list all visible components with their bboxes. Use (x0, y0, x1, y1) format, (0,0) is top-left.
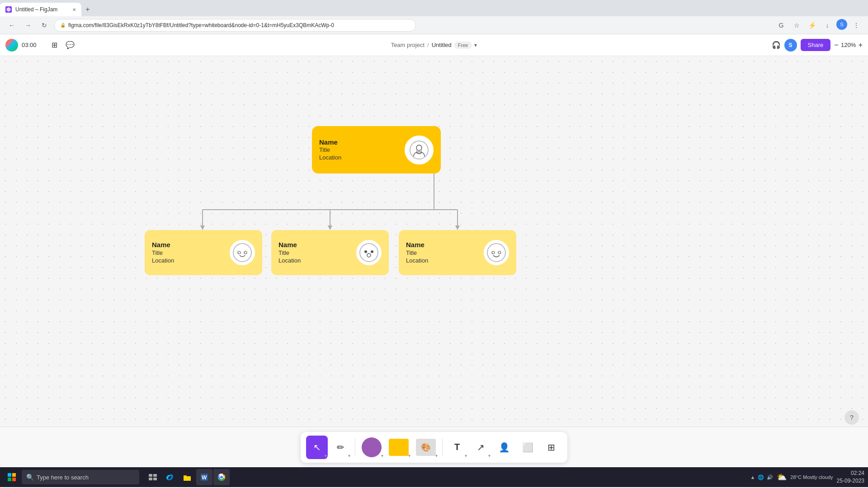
weather-text: 28°C Mostly cloudy (790, 474, 833, 480)
connect-tool[interactable]: ↗ ▾ (470, 436, 491, 459)
root-card-info: Name Title Location (319, 138, 399, 162)
root-card[interactable]: Name Title Location (312, 126, 441, 174)
back-btn[interactable]: ← (5, 19, 18, 32)
root-location: Location (319, 154, 399, 162)
child-right-info: Name Title Location (406, 240, 478, 264)
clock-time: 02:24 (837, 469, 864, 477)
person-icon: 👤 (499, 442, 510, 453)
child-mid-info: Name Title Location (278, 240, 351, 264)
extensions-icon[interactable]: ⚡ (806, 19, 818, 32)
svg-point-16 (364, 250, 367, 253)
address-bar[interactable]: 🔒 figma.com/file/83GisEkRxK0z1yTbY8tFBf/… (54, 19, 416, 32)
tray-up-icon[interactable]: ▲ (750, 474, 755, 480)
child-left-title: Title (152, 249, 224, 257)
breadcrumb: Team project / Untitled Free ▾ (391, 42, 477, 49)
cursor-arrow: ▾ (325, 453, 327, 458)
screen-icon[interactable]: ⊞ (47, 38, 62, 52)
frame-tool[interactable]: ⬜ (517, 436, 538, 459)
zoom-level[interactable]: 120% (840, 42, 857, 48)
svg-rect-27 (153, 474, 157, 477)
child-right-title: Title (406, 249, 478, 257)
clock-date: 25-09-2023 (837, 477, 864, 485)
child-card-left[interactable]: Name Title Location (145, 230, 262, 275)
pen-arrow: ▾ (348, 453, 350, 458)
text-tool[interactable]: T ▾ (446, 436, 468, 459)
forward-btn[interactable]: → (22, 19, 34, 32)
chrome-app[interactable] (213, 469, 230, 485)
cursor-tool[interactable]: ↖ ▾ (306, 436, 328, 459)
dropdown-icon[interactable]: ▾ (474, 42, 477, 48)
taskbar-clock[interactable]: 02:24 25-09-2023 (837, 469, 864, 485)
root-name: Name (319, 138, 399, 147)
sticker-tool[interactable]: 🎨 ▾ (413, 436, 439, 459)
tab-favicon (5, 6, 12, 13)
taskbar-apps: W (145, 469, 230, 485)
help-button[interactable]: ? (844, 410, 859, 425)
frame-icon: ⬜ (522, 442, 533, 453)
zoom-in-btn[interactable]: + (859, 41, 863, 49)
root-avatar (405, 136, 434, 164)
sep-2 (442, 438, 443, 456)
comment-icon[interactable]: 💬 (63, 38, 77, 52)
user-avatar[interactable]: S (784, 39, 797, 52)
search-placeholder: Type here to search (37, 474, 89, 481)
child-mid-title: Title (278, 249, 351, 257)
svg-point-11 (421, 150, 422, 151)
table-icon: ⊞ (547, 442, 555, 453)
svg-point-15 (360, 244, 378, 262)
taskbar-right: ▲ 🌐 🔊 ⛅ 28°C Mostly cloudy 02:24 25-09-2… (750, 469, 864, 485)
child-mid-avatar (356, 240, 382, 265)
tab-close-btn[interactable]: ✕ (72, 7, 76, 12)
logo-area: 03:00 (5, 39, 37, 52)
yellow-shape-tool[interactable]: ▾ (386, 436, 411, 459)
person-tool[interactable]: 👤 (493, 436, 515, 459)
headphone-icon[interactable]: 🎧 (772, 41, 781, 49)
svg-rect-28 (149, 478, 152, 480)
sticker-arrow: ▾ (435, 453, 438, 458)
svg-rect-26 (149, 474, 152, 477)
pen-icon: ✏ (337, 442, 344, 453)
explorer-app[interactable] (179, 469, 195, 485)
right-toolbar: 🎧 S Share − 120% + (772, 39, 863, 52)
child-card-right[interactable]: Name Title Location (399, 230, 516, 275)
free-badge: Free (454, 42, 472, 49)
connect-icon: ↗ (477, 442, 485, 453)
download-icon[interactable]: ↓ (821, 19, 834, 32)
profile-icon[interactable]: S (836, 19, 847, 30)
refresh-btn[interactable]: ↻ (38, 19, 51, 32)
svg-rect-29 (153, 478, 157, 480)
google-icon[interactable]: G (775, 19, 788, 32)
menu-icon[interactable]: ⋮ (850, 19, 863, 32)
child-mid-name: Name (278, 240, 351, 249)
svg-point-19 (487, 244, 505, 262)
tab-title: Untitled – FigJam (15, 6, 69, 13)
share-button[interactable]: Share (801, 39, 831, 51)
child-mid-location: Location (278, 257, 351, 265)
text-icon: T (454, 442, 460, 452)
svg-point-12 (233, 244, 251, 262)
svg-rect-23 (12, 473, 16, 477)
url-text: figma.com/file/83GisEkRxK0z1yTbY8tFBf/Un… (68, 22, 334, 28)
text-arrow: ▾ (465, 453, 467, 458)
canvas[interactable]: Name Title Location Name Title Location (0, 56, 868, 427)
svg-rect-24 (8, 478, 11, 481)
start-button[interactable] (4, 469, 20, 485)
svg-marker-7 (455, 225, 460, 230)
shapes-tool[interactable]: ▾ (359, 436, 384, 459)
taskview-btn[interactable] (145, 469, 161, 485)
svg-point-17 (371, 250, 373, 253)
browser-tab[interactable]: Untitled – FigJam ✕ (0, 3, 81, 16)
taskbar-search[interactable]: 🔍 Type here to search (22, 470, 139, 484)
bookmark-icon[interactable]: ☆ (790, 19, 803, 32)
word-app[interactable]: W (196, 469, 212, 485)
pen-tool[interactable]: ✏ ▾ (330, 436, 351, 459)
edge-app[interactable] (162, 469, 178, 485)
breadcrumb-project[interactable]: Team project (391, 42, 425, 48)
figma-logo[interactable] (5, 39, 18, 52)
zoom-out-btn[interactable]: − (834, 41, 838, 49)
child-card-mid[interactable]: Name Title Location (271, 230, 389, 275)
breadcrumb-file[interactable]: Untitled (432, 42, 452, 48)
table-tool[interactable]: ⊞ (540, 436, 562, 459)
volume-icon[interactable]: 🔊 (767, 474, 773, 480)
new-tab-btn[interactable]: + (81, 3, 94, 16)
